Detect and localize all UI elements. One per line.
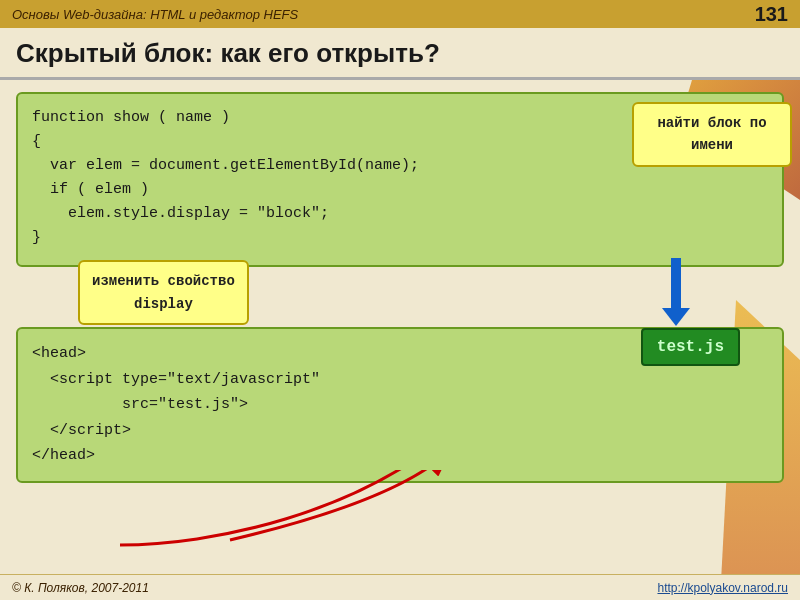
header-title: Основы Web-дизайна: HTML и редактор HEFS bbox=[12, 7, 298, 22]
header: Основы Web-дизайна: HTML и редактор HEFS… bbox=[0, 0, 800, 28]
code-block-js-function: function show ( name ) { var elem = docu… bbox=[16, 92, 784, 267]
blue-arrow-down bbox=[662, 258, 690, 326]
code-line-6: } bbox=[32, 226, 768, 250]
tooltip-change-display: изменить свойство display bbox=[78, 260, 249, 325]
code-bottom-line-3: src="test.js"> bbox=[32, 392, 768, 418]
testjs-label-box: test.js bbox=[641, 328, 740, 366]
footer: © К. Поляков, 2007-2011 http://kpolyakov… bbox=[0, 574, 800, 600]
header-page-number: 131 bbox=[755, 3, 788, 26]
footer-url: http://kpolyakov.narod.ru bbox=[657, 581, 788, 595]
slide-title: Скрытый блок: как его открыть? bbox=[0, 28, 800, 80]
footer-copyright: © К. Поляков, 2007-2011 bbox=[12, 581, 149, 595]
code-bottom-line-5: </head> bbox=[32, 443, 768, 469]
tooltip-find-block: найти блок по имени bbox=[632, 102, 792, 167]
code-line-4: if ( elem ) bbox=[32, 178, 768, 202]
code-line-5: elem.style.display = "block"; bbox=[32, 202, 768, 226]
main-content: function show ( name ) { var elem = docu… bbox=[0, 80, 800, 495]
code-bottom-line-4: </script> bbox=[32, 418, 768, 444]
code-bottom-line-2: <script type="text/javascript" bbox=[32, 367, 768, 393]
red-curved-arrow bbox=[60, 470, 540, 550]
arrow-head bbox=[662, 308, 690, 326]
arrow-shaft bbox=[671, 258, 681, 308]
